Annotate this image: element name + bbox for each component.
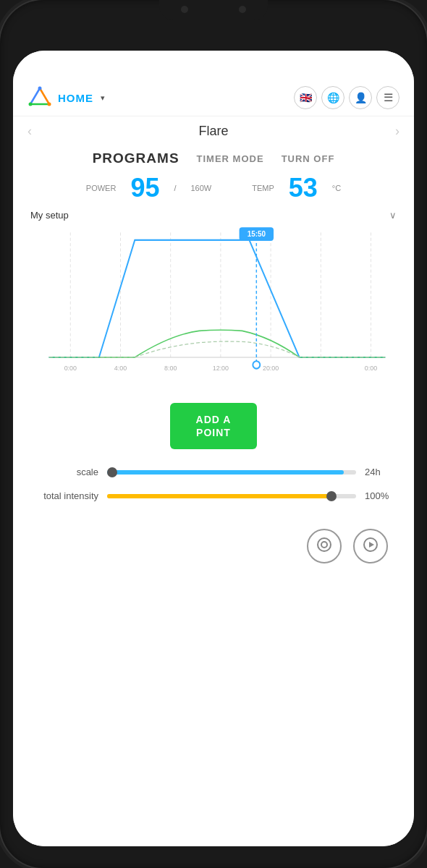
scale-slider-label: scale [33, 467, 98, 477]
next-arrow-icon[interactable]: › [395, 124, 399, 139]
page-title: Flare [198, 124, 228, 139]
scale-slider-thumb[interactable] [107, 467, 117, 477]
intensity-slider-row: total intensity 100% [33, 490, 394, 501]
header-left: HOME ▾ [28, 85, 105, 110]
phone-frame: HOME ▾ 🇬🇧 🌐 👤 ☰ [0, 0, 427, 868]
svg-line-0 [30, 88, 40, 104]
globe-button[interactable]: 🌐 [321, 86, 344, 109]
add-point-button[interactable]: ADD APOINT [170, 403, 258, 449]
svg-text:8:00: 8:00 [164, 365, 177, 372]
my-setup-row[interactable]: My setup ∨ [13, 203, 414, 225]
svg-point-15 [253, 361, 260, 368]
svg-point-25 [321, 542, 327, 548]
chart-svg: 15:50 0:00 4:00 8:00 12:00 20:00 0:00 [28, 225, 399, 391]
header-nav: HOME ▾ 🇬🇧 🌐 👤 ☰ [13, 80, 414, 116]
svg-text:0:00: 0:00 [64, 365, 77, 372]
flag-icon: 🇬🇧 [300, 92, 312, 103]
temp-unit: °C [332, 184, 341, 192]
svg-line-1 [40, 88, 49, 104]
intensity-slider-track[interactable] [107, 494, 356, 498]
power-value: 95 [130, 175, 159, 201]
logo-icon [28, 85, 52, 110]
prev-arrow-icon[interactable]: ‹ [28, 124, 32, 139]
play-icon [363, 537, 379, 556]
header-right: 🇬🇧 🌐 👤 ☰ [294, 86, 399, 109]
slider-section: scale 24h total intensity 100% [13, 459, 414, 522]
user-icon: 👤 [355, 92, 367, 103]
user-button[interactable]: 👤 [349, 86, 372, 109]
intensity-slider-label: total intensity [33, 490, 98, 501]
camera-left [181, 6, 188, 13]
intensity-slider-fill [107, 494, 331, 498]
page-title-row: ‹ Flare › [13, 116, 414, 146]
power-max-value: 160W [190, 184, 211, 192]
my-setup-chevron-icon: ∨ [389, 210, 397, 221]
power-label: POWER [86, 184, 117, 192]
scale-slider-row: scale 24h [33, 467, 394, 477]
add-point-section: ADD APOINT [13, 391, 414, 459]
svg-point-24 [318, 538, 331, 551]
scale-slider-value: 24h [365, 467, 394, 477]
chart-container[interactable]: 15:50 0:00 4:00 8:00 12:00 20:00 0:00 [13, 225, 414, 391]
power-temp-row: POWER 95 / 160W TEMP 53 °C [13, 171, 414, 203]
menu-button[interactable]: ☰ [376, 86, 399, 109]
play-button[interactable] [353, 529, 388, 563]
stop-icon [316, 537, 332, 556]
svg-text:20:00: 20:00 [263, 365, 279, 372]
notch [159, 0, 268, 20]
svg-text:4:00: 4:00 [114, 365, 127, 372]
tab-programs[interactable]: PROGRAMS [93, 150, 179, 166]
svg-marker-27 [369, 542, 374, 548]
home-chevron-icon[interactable]: ▾ [101, 93, 105, 103]
scale-slider-track[interactable] [107, 470, 356, 475]
stop-button[interactable] [307, 529, 342, 563]
svg-text:12:00: 12:00 [213, 365, 229, 372]
tab-turn-off[interactable]: TURN OFF [282, 153, 335, 164]
menu-icon: ☰ [384, 91, 393, 104]
temp-value: 53 [289, 175, 318, 201]
intensity-slider-thumb[interactable] [326, 491, 337, 501]
intensity-slider-value: 100% [365, 490, 394, 501]
svg-point-4 [29, 103, 33, 106]
camera-right [239, 6, 246, 13]
power-max: / [174, 184, 176, 192]
flag-button[interactable]: 🇬🇧 [294, 86, 317, 109]
svg-point-3 [38, 87, 42, 90]
bottom-controls [13, 522, 414, 571]
svg-text:0:00: 0:00 [365, 365, 377, 372]
home-label[interactable]: HOME [58, 92, 93, 104]
svg-point-5 [48, 103, 51, 106]
my-setup-label: My setup [30, 210, 69, 221]
temp-label: TEMP [252, 184, 274, 192]
tab-timer-mode[interactable]: TIMER MODE [197, 153, 264, 164]
screen-content: HOME ▾ 🇬🇧 🌐 👤 ☰ [13, 51, 414, 846]
scale-slider-fill [107, 470, 344, 475]
tab-row: PROGRAMS TIMER MODE TURN OFF [13, 146, 414, 171]
globe-icon: 🌐 [327, 92, 339, 103]
phone-screen: HOME ▾ 🇬🇧 🌐 👤 ☰ [13, 51, 414, 846]
svg-text:15:50: 15:50 [248, 230, 266, 238]
